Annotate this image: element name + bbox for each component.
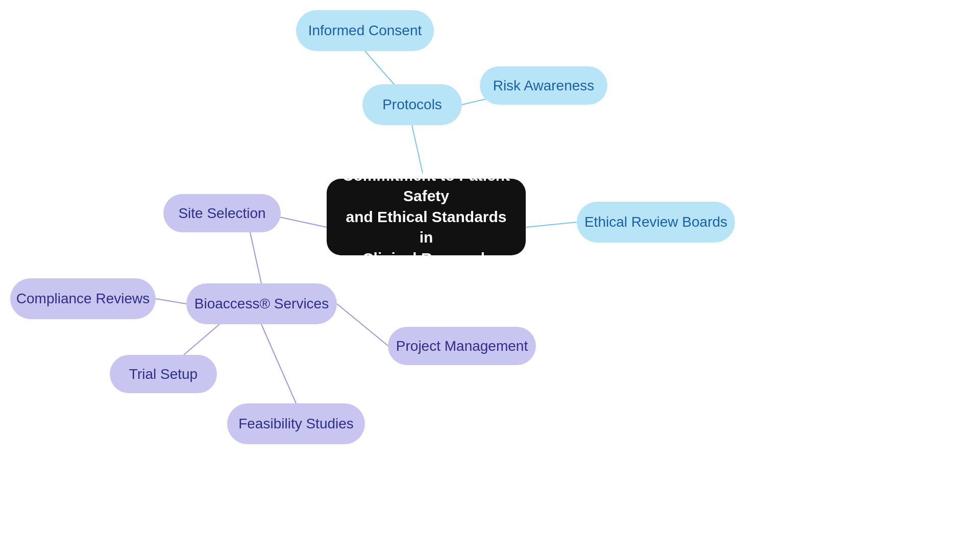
- feasibility-studies-node[interactable]: Feasibility Studies: [227, 403, 365, 444]
- center-node[interactable]: Commitment to Patient Safetyand Ethical …: [327, 179, 526, 255]
- svg-line-8: [261, 324, 296, 403]
- ethical-review-node[interactable]: Ethical Review Boards: [577, 202, 735, 243]
- svg-line-6: [156, 299, 186, 304]
- protocols-node[interactable]: Protocols: [362, 84, 462, 125]
- svg-line-3: [526, 222, 577, 227]
- svg-line-7: [184, 324, 219, 355]
- informed-consent-node[interactable]: Informed Consent: [296, 10, 434, 51]
- site-selection-node[interactable]: Site Selection: [163, 194, 281, 232]
- trial-setup-node[interactable]: Trial Setup: [110, 355, 217, 393]
- compliance-reviews-node[interactable]: Compliance Reviews: [10, 278, 156, 319]
- svg-line-5: [250, 232, 261, 283]
- bioaccess-services-node[interactable]: Bioaccess® Services: [186, 283, 337, 324]
- risk-awareness-node[interactable]: Risk Awareness: [480, 66, 607, 105]
- project-management-node[interactable]: Project Management: [388, 327, 536, 365]
- svg-line-9: [337, 304, 388, 346]
